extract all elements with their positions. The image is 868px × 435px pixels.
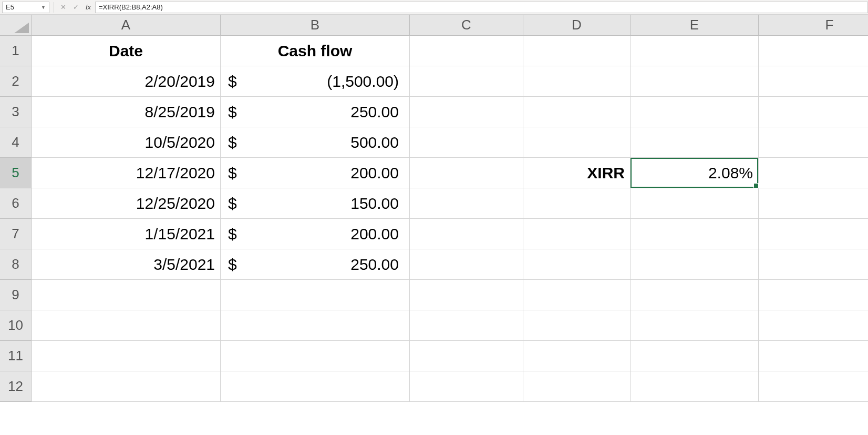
cell-F7[interactable]	[759, 219, 868, 249]
cell-B8[interactable]: $250.00	[221, 249, 410, 280]
cell-A7[interactable]: 1/15/2021	[32, 219, 221, 249]
cell-E7[interactable]	[631, 219, 759, 249]
cell-F3[interactable]	[759, 97, 868, 127]
cell-C3[interactable]	[410, 97, 523, 127]
cell-A5[interactable]: 12/17/2020	[32, 158, 221, 188]
cell-B9[interactable]	[221, 280, 410, 310]
cell-A1[interactable]: Date	[32, 36, 221, 66]
amount-value: (1,500.00)	[327, 73, 404, 90]
row-header-7[interactable]: 7	[0, 219, 32, 249]
cell-B5[interactable]: $200.00	[221, 158, 410, 188]
cell-B6[interactable]: $150.00	[221, 188, 410, 219]
cell-C10[interactable]	[410, 310, 523, 341]
cell-F6[interactable]	[759, 188, 868, 219]
row-header-4[interactable]: 4	[0, 127, 32, 158]
cell-B11[interactable]	[221, 341, 410, 371]
cell-A8[interactable]: 3/5/2021	[32, 249, 221, 280]
enter-icon[interactable]: ✓	[72, 4, 79, 11]
cell-E1[interactable]	[631, 36, 759, 66]
cell-C5[interactable]	[410, 158, 523, 188]
col-header-E[interactable]: E	[631, 15, 759, 36]
col-header-F[interactable]: F	[759, 15, 868, 36]
cell-F9[interactable]	[759, 280, 868, 310]
row-header-5[interactable]: 5	[0, 158, 32, 188]
cell-D3[interactable]	[523, 97, 631, 127]
cell-F5[interactable]	[759, 158, 868, 188]
cell-E10[interactable]	[631, 310, 759, 341]
cell-B1[interactable]: Cash flow	[221, 36, 410, 66]
cell-A10[interactable]	[32, 310, 221, 341]
cell-E12[interactable]	[631, 371, 759, 402]
col-header-B[interactable]: B	[221, 15, 410, 36]
cell-C7[interactable]	[410, 219, 523, 249]
row-header-10[interactable]: 10	[0, 310, 32, 341]
row-header-11[interactable]: 11	[0, 341, 32, 371]
cell-F8[interactable]	[759, 249, 868, 280]
cell-E5[interactable]: 2.08%	[631, 158, 759, 188]
cell-F10[interactable]	[759, 310, 868, 341]
name-box[interactable]: E5 ▼	[2, 2, 49, 13]
cell-C2[interactable]	[410, 66, 523, 97]
cell-E11[interactable]	[631, 341, 759, 371]
row-header-1[interactable]: 1	[0, 36, 32, 66]
cell-D10[interactable]	[523, 310, 631, 341]
cell-D1[interactable]	[523, 36, 631, 66]
cell-E4[interactable]	[631, 127, 759, 158]
cell-D2[interactable]	[523, 66, 631, 97]
cell-D8[interactable]	[523, 249, 631, 280]
cell-C8[interactable]	[410, 249, 523, 280]
cell-F1[interactable]	[759, 36, 868, 66]
cell-B2[interactable]: $(1,500.00)	[221, 66, 410, 97]
row-header-12[interactable]: 12	[0, 371, 32, 402]
cell-E3[interactable]	[631, 97, 759, 127]
cell-D6[interactable]	[523, 188, 631, 219]
cell-D7[interactable]	[523, 219, 631, 249]
cell-C4[interactable]	[410, 127, 523, 158]
cell-D9[interactable]	[523, 280, 631, 310]
row-header-8[interactable]: 8	[0, 249, 32, 280]
formula-input[interactable]: =XIRR(B2:B8,A2:A8)	[95, 2, 868, 13]
cell-E9[interactable]	[631, 280, 759, 310]
name-box-dropdown-icon[interactable]: ▼	[41, 5, 46, 10]
cancel-icon[interactable]: ✕	[59, 4, 67, 11]
cell-B10[interactable]	[221, 310, 410, 341]
cell-D11[interactable]	[523, 341, 631, 371]
row-header-6[interactable]: 6	[0, 188, 32, 219]
cell-A11[interactable]	[32, 341, 221, 371]
cell-A12[interactable]	[32, 371, 221, 402]
cell-C1[interactable]	[410, 36, 523, 66]
cell-D5[interactable]: XIRR	[523, 158, 631, 188]
cell-A3[interactable]: 8/25/2019	[32, 97, 221, 127]
col-header-D[interactable]: D	[523, 15, 631, 36]
fx-icon[interactable]: fx	[85, 4, 92, 11]
cell-A6[interactable]: 12/25/2020	[32, 188, 221, 219]
cell-B7[interactable]: $200.00	[221, 219, 410, 249]
row-header-9[interactable]: 9	[0, 280, 32, 310]
row-header-3[interactable]: 3	[0, 97, 32, 127]
cell-B12[interactable]	[221, 371, 410, 402]
cell-D4[interactable]	[523, 127, 631, 158]
row-header-2[interactable]: 2	[0, 66, 32, 97]
cell-E8[interactable]	[631, 249, 759, 280]
col-header-A[interactable]: A	[32, 15, 221, 36]
cell-A2[interactable]: 2/20/2019	[32, 66, 221, 97]
cell-E2[interactable]	[631, 66, 759, 97]
select-all-corner[interactable]	[0, 15, 32, 36]
cells-grid[interactable]: DateCash flow2/20/2019$(1,500.00)8/25/20…	[32, 36, 868, 402]
column-headers: ABCDEF	[32, 15, 868, 36]
cell-C12[interactable]	[410, 371, 523, 402]
cell-E6[interactable]	[631, 188, 759, 219]
cell-A9[interactable]	[32, 280, 221, 310]
cell-C11[interactable]	[410, 341, 523, 371]
cell-F11[interactable]	[759, 341, 868, 371]
cell-A4[interactable]: 10/5/2020	[32, 127, 221, 158]
cell-B4[interactable]: $500.00	[221, 127, 410, 158]
col-header-C[interactable]: C	[410, 15, 523, 36]
cell-D12[interactable]	[523, 371, 631, 402]
cell-C9[interactable]	[410, 280, 523, 310]
cell-B3[interactable]: $250.00	[221, 97, 410, 127]
cell-F2[interactable]	[759, 66, 868, 97]
cell-F4[interactable]	[759, 127, 868, 158]
cell-C6[interactable]	[410, 188, 523, 219]
cell-F12[interactable]	[759, 371, 868, 402]
